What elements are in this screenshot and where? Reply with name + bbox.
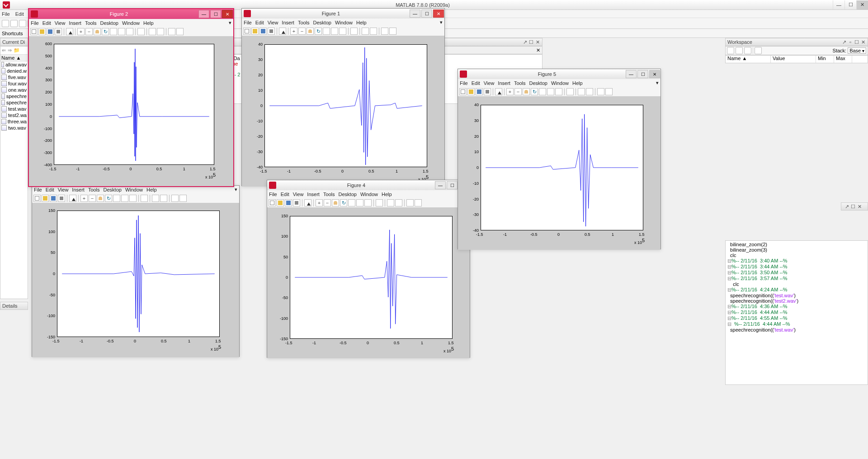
link-icon[interactable] [126, 28, 133, 35]
rotate-icon[interactable] [102, 28, 109, 35]
fig5-close-button[interactable]: ✕ [649, 70, 660, 78]
fig2-min-button[interactable]: ― [198, 10, 209, 18]
col-max[interactable]: Max [834, 56, 852, 63]
pointer-icon[interactable] [304, 199, 311, 206]
hide-icon[interactable] [586, 88, 593, 95]
history-line[interactable]: bilinear_zoom(2) [726, 242, 868, 247]
save-icon[interactable] [50, 195, 57, 202]
menu-edit[interactable]: Edit [15, 11, 24, 17]
fig1-titlebar[interactable]: Figure 1 ―☐✕ [242, 9, 444, 19]
fig1-close-button[interactable]: ✕ [433, 9, 444, 18]
history-line[interactable]: ⊟%-- 2/11/16 3:44 AM --% [726, 264, 868, 270]
layout-icon[interactable] [415, 199, 422, 206]
hide-icon[interactable] [395, 199, 402, 206]
fig1-menu-more-icon[interactable]: ▾ [440, 19, 443, 25]
col-min[interactable]: Min [816, 56, 834, 63]
fig4-min-button[interactable]: ― [435, 181, 446, 189]
rotate-icon[interactable] [340, 199, 347, 206]
fig4-titlebar[interactable]: Figure 4 ―☐✕ [267, 180, 470, 190]
file-row[interactable]: denied.w [0, 68, 28, 74]
file-row[interactable]: four.wav [0, 80, 28, 87]
colorbar-icon[interactable] [137, 28, 145, 35]
history-line[interactable]: ⊟%-- 2/11/16 3:57 AM --% [726, 276, 868, 281]
history-line[interactable]: clc [726, 253, 868, 258]
dock-icon[interactable] [597, 88, 604, 95]
command-history-body[interactable]: bilinear_zoom(2) bilinear_zoom(3) clc⊟%-… [725, 240, 868, 385]
stack-select[interactable]: Base ▾ [848, 47, 866, 54]
print-icon[interactable] [484, 88, 491, 95]
dock-icon[interactable] [406, 199, 414, 206]
rotate-icon[interactable] [315, 28, 322, 35]
cw-undock-icon[interactable]: ↗ [844, 204, 849, 209]
zoom-out-icon[interactable] [324, 199, 331, 206]
layout-icon[interactable] [179, 195, 187, 202]
zoom-in-icon[interactable] [506, 88, 514, 95]
pan-icon[interactable] [94, 28, 101, 35]
minimize-button[interactable]: ― [833, 0, 844, 9]
max-icon[interactable]: ☐ [854, 39, 859, 45]
undock-icon[interactable]: ↗ [841, 39, 847, 45]
ws-plot-icon[interactable] [755, 47, 762, 54]
rotate-icon[interactable] [105, 195, 112, 202]
figure-5-window[interactable]: Figure 5 ―☐✕ FileEditViewInsertToolsDesk… [458, 69, 661, 249]
zoom-out-icon[interactable] [298, 28, 306, 35]
history-line[interactable]: ⊟%-- 2/11/16 4:24 AM --% [726, 287, 868, 293]
link-icon[interactable] [364, 199, 372, 206]
file-row[interactable]: test.wav [0, 106, 28, 112]
new-file-icon[interactable] [269, 199, 276, 206]
history-line[interactable]: clc [726, 281, 868, 287]
history-line[interactable]: speechrecognition(('test2.wav') [726, 298, 868, 304]
datacursor-icon[interactable] [110, 28, 117, 35]
brush-icon[interactable] [356, 199, 363, 206]
zoom-in-icon[interactable] [316, 199, 323, 206]
fig1-min-button[interactable]: ― [410, 9, 420, 18]
open-file-icon[interactable] [38, 28, 46, 35]
open-file-icon[interactable] [42, 195, 49, 202]
legend-icon[interactable] [362, 28, 369, 35]
back-icon[interactable]: ⇐ [2, 47, 6, 53]
brush-icon[interactable] [121, 195, 128, 202]
maximize-button[interactable]: ☐ [844, 0, 856, 9]
figure-3-window[interactable]: FileEditViewInsertToolsDesktopWindowHelp… [32, 185, 240, 357]
fig4-max-button[interactable]: ☐ [447, 181, 458, 189]
fwd-icon[interactable]: ⇒ [8, 47, 12, 53]
layout-icon[interactable] [176, 28, 184, 35]
fig2-titlebar[interactable]: Figure 2 ―☐✕ [29, 9, 233, 19]
hide-icon[interactable] [370, 28, 377, 35]
fig2-close-button[interactable]: ✕ [222, 10, 233, 18]
zoom-in-icon[interactable] [77, 28, 85, 35]
file-header[interactable]: Name ▲ [0, 55, 28, 61]
history-line[interactable]: ⊟%-- 2/11/16 4:55 AM --% [726, 315, 868, 321]
fig5-min-button[interactable]: ― [626, 70, 637, 78]
new-file-icon[interactable] [243, 28, 250, 35]
close-button[interactable]: ✕ [856, 0, 868, 9]
file-row[interactable]: speechre [0, 99, 28, 106]
fig1-max-button[interactable]: ☐ [421, 9, 432, 18]
new-icon[interactable] [2, 20, 9, 27]
legend-icon[interactable] [152, 195, 159, 202]
fig5-titlebar[interactable]: Figure 5 ―☐✕ [458, 69, 660, 79]
pointer-icon[interactable] [279, 28, 286, 35]
print-icon[interactable] [293, 199, 300, 206]
colorbar-icon[interactable] [141, 195, 148, 202]
ed-undock-icon[interactable]: ↗ [522, 39, 528, 45]
zoom-in-icon[interactable] [80, 195, 88, 202]
dock-icon[interactable] [171, 195, 179, 202]
fig3-menu-more-icon[interactable]: ▾ [235, 187, 237, 192]
figure-1-window[interactable]: Figure 1 ―☐✕ FileEditViewInsertToolsDesk… [241, 8, 445, 186]
ws-print-icon[interactable] [744, 47, 751, 54]
hide-icon[interactable] [157, 28, 164, 35]
rotate-icon[interactable] [531, 88, 538, 95]
colorbar-icon[interactable] [566, 88, 574, 95]
colorbar-icon[interactable] [350, 28, 358, 35]
ws-new-icon[interactable] [727, 47, 734, 54]
new-file-icon[interactable] [33, 195, 41, 202]
pan-icon[interactable] [523, 88, 530, 95]
file-row[interactable]: test2.wa [0, 112, 28, 118]
link-icon[interactable] [129, 195, 137, 202]
brush-icon[interactable] [118, 28, 125, 35]
fig2-menu-more-icon[interactable]: ▾ [229, 20, 231, 26]
folder-icon[interactable]: 📁 [14, 47, 20, 53]
pointer-icon[interactable] [495, 88, 502, 95]
fig5-menu-more-icon[interactable]: ▾ [656, 80, 659, 86]
